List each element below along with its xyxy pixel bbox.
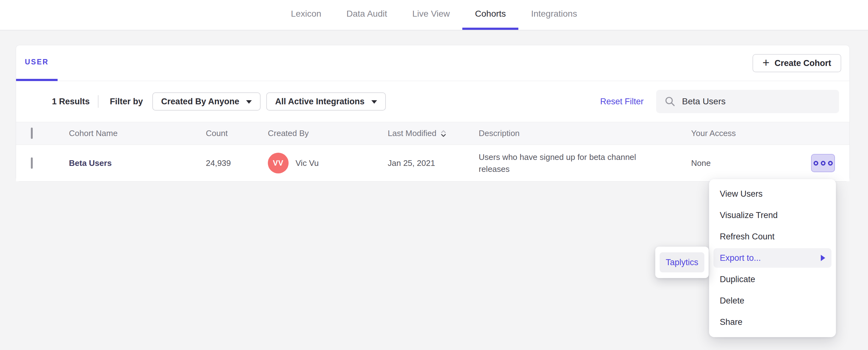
chevron-down-icon [246, 100, 252, 104]
nav-item-integrations[interactable]: Integrations [518, 0, 589, 30]
header-count: Count [206, 129, 268, 138]
table-header-row: Cohort Name Count Created By Last Modifi… [16, 122, 849, 145]
menu-item-view-users[interactable]: View Users [709, 183, 836, 205]
filter-by-label: Filter by [110, 97, 143, 106]
cohort-count: 24,939 [206, 159, 268, 168]
created-by-name: Vic Vu [296, 159, 319, 168]
header-your-access: Your Access [691, 129, 811, 138]
created-by-dropdown[interactable]: Created By Anyone [152, 92, 260, 111]
divider [98, 95, 98, 108]
submenu-arrow-icon [821, 255, 825, 261]
header-cohort-name: Cohort Name [69, 129, 206, 138]
sort-icon [440, 129, 446, 138]
tab-user[interactable]: USER [16, 45, 58, 81]
plus-icon: + [763, 57, 770, 69]
last-modified-date: Jan 25, 2021 [388, 159, 479, 168]
cohorts-card: USER + Create Cohort 1 Results Filter by… [16, 45, 850, 182]
created-by-dropdown-label: Created By Anyone [161, 97, 239, 106]
cohorts-page: Lexicon Data Audit Live View Cohorts Int… [0, 0, 868, 350]
integrations-dropdown[interactable]: All Active Integrations [266, 92, 386, 111]
export-submenu: Taplytics [655, 247, 709, 278]
row-more-button[interactable] [811, 154, 835, 172]
menu-item-duplicate[interactable]: Duplicate [709, 269, 836, 290]
nav-item-lexicon[interactable]: Lexicon [278, 0, 334, 30]
menu-item-refresh-count[interactable]: Refresh Count [709, 226, 836, 247]
top-nav: Lexicon Data Audit Live View Cohorts Int… [0, 0, 868, 31]
card-header: USER + Create Cohort [16, 45, 849, 81]
your-access-value: None [691, 159, 811, 168]
more-icon [821, 161, 826, 166]
menu-item-delete[interactable]: Delete [709, 290, 836, 311]
create-cohort-button[interactable]: + Create Cohort [752, 54, 841, 72]
more-icon [828, 161, 833, 166]
header-description: Description [479, 129, 691, 138]
menu-item-export-to-label: Export to... [720, 253, 761, 263]
menu-item-share[interactable]: Share [709, 311, 836, 333]
header-created-by: Created By [268, 129, 388, 138]
row-checkbox[interactable] [31, 158, 33, 169]
header-last-modified-sort[interactable]: Last Modified [388, 129, 479, 138]
results-count: 1 Results [52, 97, 90, 106]
submenu-item-taplytics[interactable]: Taplytics [660, 252, 704, 272]
header-last-modified-label: Last Modified [388, 129, 436, 138]
filter-toolbar: 1 Results Filter by Created By Anyone Al… [16, 81, 849, 122]
nav-item-cohorts[interactable]: Cohorts [462, 0, 518, 30]
chevron-down-icon [371, 100, 377, 104]
search-icon [664, 96, 676, 107]
select-all-checkbox[interactable] [31, 128, 33, 139]
nav-item-live-view[interactable]: Live View [400, 0, 462, 30]
cohort-description: Users who have signed up for beta channe… [479, 151, 652, 175]
cohort-name-link[interactable]: Beta Users [69, 159, 206, 168]
created-by-cell: VV Vic Vu [268, 153, 388, 173]
avatar: VV [268, 153, 288, 173]
row-context-menu: View Users Visualize Trend Refresh Count… [709, 179, 836, 337]
integrations-dropdown-label: All Active Integrations [275, 97, 365, 106]
menu-item-export-to[interactable]: Export to... [713, 248, 832, 268]
reset-filter-link[interactable]: Reset Filter [600, 97, 644, 106]
menu-item-visualize-trend[interactable]: Visualize Trend [709, 205, 836, 226]
search-input[interactable]: Beta Users [656, 90, 839, 113]
search-value: Beta Users [682, 97, 726, 106]
create-cohort-label: Create Cohort [775, 59, 831, 68]
nav-item-data-audit[interactable]: Data Audit [334, 0, 400, 30]
table-row: Beta Users 24,939 VV Vic Vu Jan 25, 2021… [16, 145, 849, 181]
more-icon [813, 161, 818, 166]
